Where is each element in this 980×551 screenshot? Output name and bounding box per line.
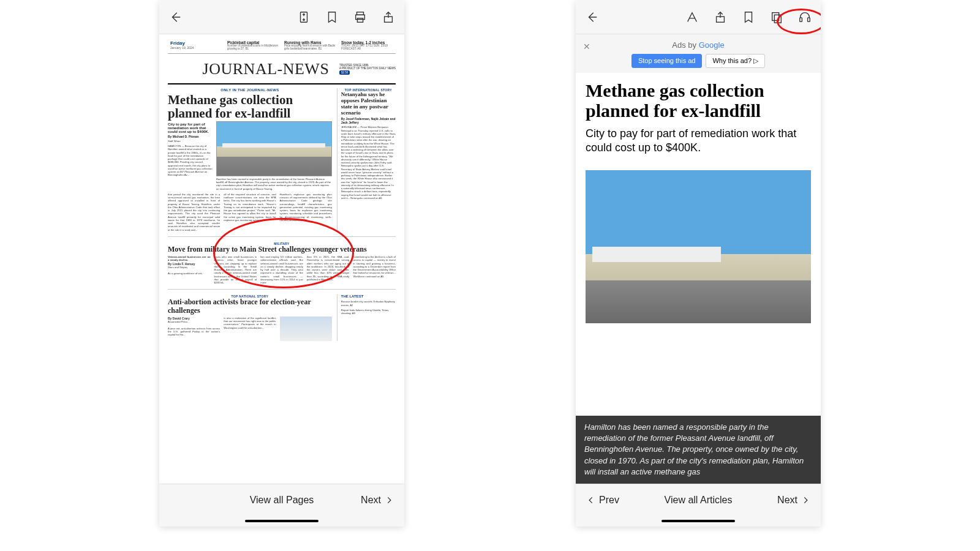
article-headline: Methane gas collection planned for ex-la… — [586, 80, 811, 121]
newspaper-page[interactable]: FridayJanuary 19, 2024 Pickleball capita… — [159, 34, 404, 484]
byline: By Michael D. Pitman — [168, 135, 213, 138]
svg-rect-7 — [774, 15, 781, 23]
topbar-left — [159, 0, 404, 34]
back-icon[interactable] — [168, 10, 183, 24]
ad-close-icon[interactable]: ✕ — [583, 42, 590, 51]
article-caption: Hamilton has been named a responsible pa… — [576, 416, 821, 484]
story3-headline: Anti-abortion activists brace for electi… — [168, 298, 332, 314]
article-content[interactable]: ✕ Ads by Google Stop seeing this ad Why … — [576, 34, 821, 484]
share-icon[interactable] — [713, 10, 728, 24]
home-indicator — [159, 515, 404, 527]
why-ad-button[interactable]: Why this ad? ▷ — [706, 54, 765, 68]
stop-ad-button[interactable]: Stop seeing this ad — [631, 54, 703, 68]
lead-photo — [216, 121, 332, 176]
teaser-row: FridayJanuary 19, 2024 Pickleball capita… — [168, 40, 396, 54]
headphones-icon[interactable] — [797, 10, 812, 24]
view-all-pages-button[interactable]: View all Pages — [250, 495, 314, 506]
svg-rect-6 — [772, 12, 779, 20]
next-page-button[interactable]: Next — [361, 495, 393, 506]
masthead-sub: TRUSTED SINCE 1886A PRODUCT OF THE DAYTO… — [339, 64, 396, 75]
next-article-button[interactable]: Next — [777, 495, 810, 506]
topbar-right — [576, 0, 821, 34]
masthead: JOURNAL-NEWS — [203, 58, 330, 81]
article-sub: City to pay for part of remediation work… — [586, 127, 811, 156]
bottombar-right: Prev View all Articles Next — [576, 484, 821, 515]
copy-icon[interactable] — [769, 10, 784, 24]
date-label: January 19, 2024 — [170, 46, 222, 50]
svg-rect-3 — [357, 18, 363, 21]
svg-rect-8 — [800, 17, 802, 21]
view-all-articles-button[interactable]: View all Articles — [665, 495, 733, 506]
fit-page-icon[interactable] — [296, 10, 311, 24]
phone-article-view: ✕ Ads by Google Stop seeing this ad Why … — [576, 0, 821, 527]
lead-sub: City to pay for part of remediation work… — [168, 122, 213, 133]
prev-article-button[interactable]: Prev — [587, 495, 619, 506]
bottombar-left: View all Pages Next — [159, 484, 404, 515]
story2-headline: Move from military to Main Street challe… — [168, 246, 396, 253]
phone-page-view: FridayJanuary 19, 2024 Pickleball capita… — [159, 0, 404, 527]
ad-bar: ✕ Ads by Google Stop seeing this ad Why … — [576, 34, 821, 73]
day-label: Friday — [170, 40, 222, 46]
bookmark-icon[interactable] — [325, 10, 339, 24]
back-icon[interactable] — [584, 10, 599, 24]
kicker: ONLY IN THE JOURNAL-NEWS — [168, 88, 332, 92]
side-headline: Netanyahu says he opposes Palestinian st… — [341, 92, 396, 116]
home-indicator — [576, 515, 821, 527]
ad-label: Ads by Google — [672, 40, 724, 50]
print-icon[interactable] — [353, 10, 368, 24]
share-icon[interactable] — [381, 10, 396, 24]
article-photo — [586, 170, 811, 323]
text-size-icon[interactable] — [685, 10, 699, 24]
lead-headline: Methane gas collection planned for ex-la… — [168, 93, 332, 120]
svg-rect-9 — [808, 17, 810, 21]
photo-caption: Hamilton has been named a responsible pa… — [216, 178, 332, 190]
bookmark-icon[interactable] — [741, 10, 756, 24]
